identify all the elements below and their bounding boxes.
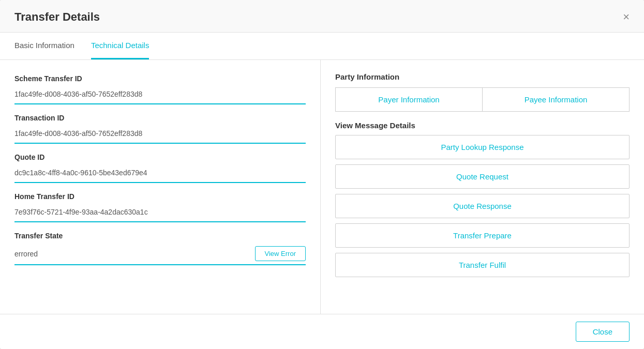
quote-id-group: Quote ID dc9c1a8c-4ff8-4a0c-9610-5be43ed… [14,153,306,183]
party-lookup-response-btn[interactable]: Party Lookup Response [335,135,630,159]
transfer-details-modal: Transfer Details × Basic Information Tec… [0,0,644,349]
modal-header: Transfer Details × [0,0,644,33]
tabs-bar: Basic Information Technical Details [0,33,644,60]
quote-id-label: Quote ID [14,153,306,161]
transaction-id-label: Transaction ID [14,114,306,122]
view-error-button[interactable]: View Error [255,246,306,261]
quote-id-value: dc9c1a8c-4ff8-4a0c-9610-5be43ed679e4 [14,164,306,183]
home-transfer-id-group: Home Transfer ID 7e93f76c-5721-4f9e-93aa… [14,192,306,222]
party-info-section-title: Party Information [335,72,630,81]
home-transfer-id-value: 7e93f76c-5721-4f9e-93aa-4a2dac630a1c [14,204,306,222]
home-transfer-id-label: Home Transfer ID [14,192,306,201]
transfer-fulfil-btn[interactable]: Transfer Fulfil [335,253,630,277]
quote-request-btn[interactable]: Quote Request [335,164,630,189]
party-buttons: Payer Information Payee Information [335,87,630,112]
payee-information-button[interactable]: Payee Information [482,87,630,112]
transaction-id-group: Transaction ID 1fac49fe-d008-4036-af50-7… [14,114,306,144]
view-message-section-title: View Message Details [335,121,630,130]
modal-footer: Close [0,314,644,349]
modal-body: Scheme Transfer ID 1fac49fe-d008-4036-af… [0,60,644,314]
scheme-transfer-id-label: Scheme Transfer ID [14,74,306,83]
transfer-state-value: errored [14,250,255,258]
quote-response-btn[interactable]: Quote Response [335,194,630,218]
tab-technical-details[interactable]: Technical Details [91,33,149,59]
scheme-transfer-id-group: Scheme Transfer ID 1fac49fe-d008-4036-af… [14,74,306,104]
transfer-state-group: Transfer State errored View Error [14,232,306,265]
modal-close-icon[interactable]: × [623,11,630,23]
transaction-id-value: 1fac49fe-d008-4036-af50-7652eff283d8 [14,125,306,144]
transfer-prepare-btn[interactable]: Transfer Prepare [335,223,630,248]
left-panel: Scheme Transfer ID 1fac49fe-d008-4036-af… [0,60,321,314]
payer-information-button[interactable]: Payer Information [335,87,482,112]
tab-basic-information[interactable]: Basic Information [14,33,74,59]
transfer-state-row: errored View Error [14,243,306,265]
scheme-transfer-id-value: 1fac49fe-d008-4036-af50-7652eff283d8 [14,86,306,104]
message-buttons: Party Lookup Response Quote Request Quot… [335,135,630,277]
modal-title: Transfer Details [14,10,100,24]
right-panel: Party Information Payer Information Paye… [321,60,644,314]
transfer-state-label: Transfer State [14,232,306,240]
close-button[interactable]: Close [576,322,630,342]
